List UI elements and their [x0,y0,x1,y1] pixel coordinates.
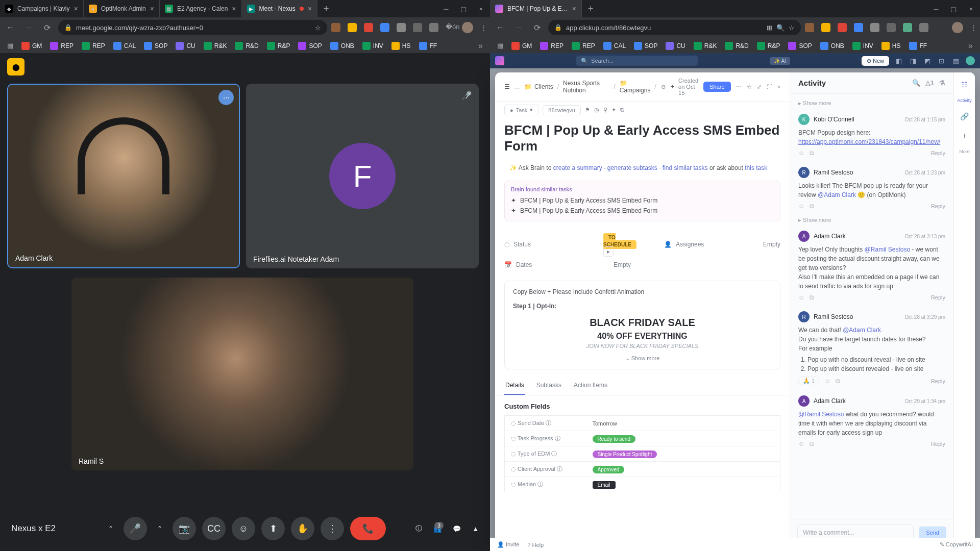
flag-icon[interactable]: ⚑ [585,107,590,113]
back-button[interactable]: ← [3,20,17,35]
tab-meet[interactable]: ▶Meet - Nexus× [242,0,318,17]
reply-link[interactable]: Reply [931,294,945,300]
tab-subtasks[interactable]: Subtasks [535,377,562,395]
similar-task-row[interactable]: ✦ BFCM | Pop Up & Early Access SMS Embed… [511,195,774,206]
extension-icon[interactable] [821,23,830,32]
copy-icon[interactable]: ⧉ [620,107,624,113]
forward-button[interactable]: → [21,20,36,35]
react-icon[interactable]: ☺ [798,294,804,301]
custom-field-row[interactable]: ◌ Send Date ⓘTomorrow [505,416,780,431]
bookmark-r&d[interactable]: R&D [722,40,751,52]
reply-link[interactable]: Reply [931,203,945,209]
breadcrumb-item[interactable]: 📁 Clients [524,83,553,90]
star-icon[interactable]: ☆ [789,24,795,32]
status-next-icon[interactable]: ▸ [603,246,614,257]
profile-avatar[interactable] [462,22,473,33]
star-icon[interactable]: ☆ [315,24,321,32]
bookmark-cu[interactable]: CU [173,40,198,52]
bookmark-sop[interactable]: SOP [631,40,660,52]
custom-field-row[interactable]: ◌ Type of EDM ⓘSingle Product Spotlight [505,446,780,462]
close-icon[interactable]: × [232,5,236,13]
more-options-button[interactable]: ⋮ [321,517,344,540]
filter-icon[interactable]: ⚗ [939,79,945,87]
bookmark-sop[interactable]: SOP [141,40,170,52]
reactions-button[interactable]: ☺ [232,517,255,540]
similar-task-row[interactable]: ✦ BFCM | Pop Up & Early Access SMS Embed… [511,206,774,216]
minimize-icon[interactable]: ─ [444,5,448,13]
extension-icon[interactable] [870,23,879,32]
breadcrumb-add-icon[interactable]: + [671,83,674,90]
raise-hand-button[interactable]: ✋ [291,517,314,540]
bookmark-r&d[interactable]: R&D [232,40,261,52]
bookmark-r&p[interactable]: R&P [754,40,783,52]
topbar-icon[interactable]: ◩ [923,56,932,65]
extension-icon[interactable] [364,23,373,32]
close-icon[interactable]: × [308,5,312,13]
share-button[interactable]: Share [703,82,730,92]
bookmark-sop[interactable]: SOP [295,40,325,52]
task-type-pill[interactable]: ● Task ▾ [504,105,538,115]
collapse-icon[interactable]: ⤢ [757,84,762,90]
search-icon[interactable]: 🔍 [912,79,920,87]
maximize-icon[interactable]: ▢ [460,5,467,13]
extension-icon[interactable] [380,23,389,32]
tab-campaigns[interactable]: ◆Campaigns | Klaviy× [0,0,84,17]
tab-details[interactable]: Details [504,377,525,395]
camera-chevron-icon[interactable]: ⌃ [153,522,166,535]
more-icon[interactable]: ⋯ [736,84,742,90]
bookmark-cal[interactable]: CAL [110,40,139,52]
recording-badge[interactable]: ⬤ [7,58,24,76]
puzzle-icon[interactable] [936,23,945,32]
breadcrumb-item[interactable]: 📁 Campaigns [620,80,651,94]
bookmark-rep[interactable]: REP [79,40,108,52]
time-icon[interactable]: ◷ [594,107,599,113]
forward-button[interactable]: → [511,20,526,35]
bookmark-gm[interactable]: GM [18,40,45,52]
grid-icon[interactable]: ▦ [951,56,961,65]
extension-icon[interactable] [429,23,438,32]
mic-button[interactable]: 🎤 [124,517,147,540]
reply-link[interactable]: Reply [931,378,945,384]
back-button[interactable]: ← [493,20,507,35]
invite-link[interactable]: 👤 Invite [497,541,519,548]
people-button[interactable]: 👥3 [433,525,442,533]
bookmark-ff[interactable]: FF [416,40,440,52]
bookmark-cal[interactable]: CAL [600,40,629,52]
bookmark-rep[interactable]: REP [47,40,77,52]
bookmark-rep[interactable]: REP [569,40,598,52]
ai-button[interactable]: ✨ AI [770,57,790,65]
apps-icon[interactable]: ▦ [4,42,16,49]
task-title[interactable]: BFCM | Pop Up & Early Access SMS Embed F… [495,118,790,160]
expand-icon[interactable]: ⛶ [767,84,772,90]
tab-optimonk[interactable]: ●OptiMonk Admin× [84,0,160,17]
extension-icon[interactable] [854,23,863,32]
bookmark-overflow-icon[interactable]: » [475,41,486,51]
attachments-rail-icon[interactable]: 🔗 [959,110,971,122]
custom-field-row[interactable]: ◌ Median ⓘEmail [505,477,780,492]
attach-icon[interactable]: ⧉ [836,378,840,385]
mic-chevron-icon[interactable]: ⌃ [104,522,117,535]
extension-icon[interactable] [397,23,406,32]
bookmark-onb[interactable]: ONB [327,40,357,52]
bookmark-overflow-icon[interactable]: » [965,41,976,51]
breadcrumb-item[interactable]: Nexus Sports Nutrition [563,80,609,94]
brain-link[interactable]: create a summary [553,164,602,171]
show-more-button[interactable]: ⌄ Show more [513,355,772,362]
custom-field-row[interactable]: ◌ Client Approval ⓘApproved [505,462,780,477]
close-icon[interactable]: × [74,5,78,13]
extension-icon[interactable] [413,23,422,32]
maximize-icon[interactable]: ▢ [950,5,957,13]
breadcrumb-add-icon[interactable]: ☺ [660,83,667,90]
extension-icon[interactable] [348,23,357,32]
url-input[interactable]: 🔒app.clickup.com/t/86cwtegvu⊞🔍☆ [548,20,801,35]
notify-icon[interactable]: △1 [925,79,934,87]
brain-link[interactable]: find similar tasks [663,164,708,171]
avatar[interactable] [966,56,975,65]
bookmark-inv[interactable]: INV [359,40,386,52]
task-description[interactable]: Copy Below + Please Include Confetti Ani… [504,281,780,369]
topbar-icon[interactable]: ◧ [894,56,903,65]
search-input[interactable]: 🔍Search... [576,56,698,66]
puzzle-icon[interactable]: �ón [446,23,455,32]
link-icon[interactable]: ⚲ [603,107,607,113]
tab-clickup[interactable]: BFCM | Pop Up & Early Access× [490,0,582,17]
